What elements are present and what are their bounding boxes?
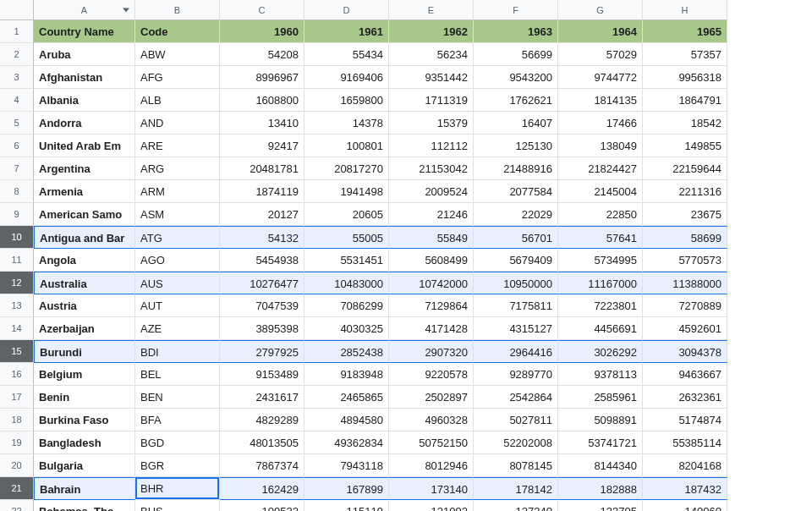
header-y1960[interactable]: 1960 [220,20,304,43]
header-code[interactable]: Code [135,20,220,43]
row-header-17[interactable]: 17 [0,386,34,409]
cell-code[interactable]: ATG [135,226,220,249]
cell-value[interactable]: 22159644 [643,157,727,180]
cell-value[interactable]: 52202008 [474,431,558,454]
header-y1961[interactable]: 1961 [304,20,389,43]
cell-value[interactable]: 1814135 [558,89,643,112]
cell-code[interactable]: BGR [135,454,220,477]
cell-value[interactable]: 9378113 [558,363,643,386]
cell-value[interactable]: 16407 [474,112,558,135]
cell-value[interactable]: 9956318 [643,66,727,89]
cell-value[interactable]: 173140 [389,477,474,500]
row-header-3[interactable]: 3 [0,66,34,89]
cell-value[interactable]: 2009524 [389,180,474,203]
row-header-2[interactable]: 2 [0,43,34,66]
col-header-E[interactable]: E [389,0,474,20]
cell-value[interactable]: 1941498 [304,180,389,203]
cell-code[interactable]: BDI [135,340,220,363]
cell-value[interactable]: 5098891 [558,409,643,431]
cell-value[interactable]: 14378 [304,112,389,135]
cell-country[interactable]: Antigua and Bar [34,226,135,249]
header-y1962[interactable]: 1962 [389,20,474,43]
cell-country[interactable]: Afghanistan [34,66,135,89]
cell-value[interactable]: 2632361 [643,386,727,409]
cell-value[interactable]: 11388000 [643,272,727,294]
row-header-11[interactable]: 11 [0,249,34,272]
cell-value[interactable]: 1608800 [220,89,304,112]
cell-value[interactable]: 4315127 [474,317,558,340]
cell-value[interactable]: 1659800 [304,89,389,112]
cell-value[interactable]: 55849 [389,226,474,249]
cell-value[interactable]: 127340 [474,500,558,511]
cell-value[interactable]: 5734995 [558,249,643,272]
cell-country[interactable]: Austria [34,294,135,317]
header-y1963[interactable]: 1963 [474,20,558,43]
cell-value[interactable]: 1762621 [474,89,558,112]
cell-value[interactable]: 23675 [643,203,727,226]
header-y1964[interactable]: 1964 [558,20,643,43]
cell-value[interactable]: 2502897 [389,386,474,409]
cell-value[interactable]: 115119 [304,500,389,511]
cell-value[interactable]: 54132 [220,226,304,249]
cell-code[interactable]: ARG [135,157,220,180]
cell-code[interactable]: ABW [135,43,220,66]
cell-value[interactable]: 5174874 [643,409,727,431]
cell-code[interactable]: AND [135,112,220,135]
cell-code[interactable]: AZE [135,317,220,340]
cell-value[interactable]: 9153489 [220,363,304,386]
cell-value[interactable]: 20481781 [220,157,304,180]
row-header-14[interactable]: 14 [0,317,34,340]
cell-value[interactable]: 56701 [474,226,558,249]
cell-country[interactable]: Bulgaria [34,454,135,477]
cell-value[interactable]: 2852438 [304,340,389,363]
cell-value[interactable]: 9351442 [389,66,474,89]
cell-value[interactable]: 50752150 [389,431,474,454]
col-header-B[interactable]: B [135,0,220,20]
cell-value[interactable]: 21153042 [389,157,474,180]
row-header-12[interactable]: 12 [0,272,34,294]
row-header-21[interactable]: 21 [0,477,34,500]
cell-value[interactable]: 55005 [304,226,389,249]
row-header-7[interactable]: 7 [0,157,34,180]
cell-code[interactable]: BEN [135,386,220,409]
cell-value[interactable]: 20817270 [304,157,389,180]
cell-value[interactable]: 138049 [558,135,643,157]
cell-value[interactable]: 2211316 [643,180,727,203]
cell-value[interactable]: 7047539 [220,294,304,317]
cell-value[interactable]: 7867374 [220,454,304,477]
cell-value[interactable]: 15379 [389,112,474,135]
cell-value[interactable]: 10276477 [220,272,304,294]
cell-value[interactable]: 7129864 [389,294,474,317]
cell-value[interactable]: 133705 [558,500,643,511]
cell-value[interactable]: 5027811 [474,409,558,431]
cell-value[interactable]: 49362834 [304,431,389,454]
header-country[interactable]: Country Name [34,20,135,43]
cell-value[interactable]: 4592601 [643,317,727,340]
cell-value[interactable]: 8012946 [389,454,474,477]
row-header-16[interactable]: 16 [0,363,34,386]
cell-value[interactable]: 112112 [389,135,474,157]
cell-value[interactable]: 9463667 [643,363,727,386]
cell-value[interactable]: 125130 [474,135,558,157]
cell-value[interactable]: 2907320 [389,340,474,363]
row-header-6[interactable]: 6 [0,135,34,157]
cell-value[interactable]: 5454938 [220,249,304,272]
cell-value[interactable]: 109532 [220,500,304,511]
cell-country[interactable]: Burundi [34,340,135,363]
cell-value[interactable]: 9543200 [474,66,558,89]
cell-value[interactable]: 21824427 [558,157,643,180]
cell-country[interactable]: Bahrain [34,477,135,500]
row-header-4[interactable]: 4 [0,89,34,112]
cell-value[interactable]: 5531451 [304,249,389,272]
cell-value[interactable]: 182888 [558,477,643,500]
cell-code[interactable]: AGO [135,249,220,272]
cell-value[interactable]: 149855 [643,135,727,157]
row-header-9[interactable]: 9 [0,203,34,226]
cell-code[interactable]: ASM [135,203,220,226]
cell-value[interactable]: 8204168 [643,454,727,477]
cell-value[interactable]: 13410 [220,112,304,135]
cell-value[interactable]: 7223801 [558,294,643,317]
cell-code[interactable]: AUS [135,272,220,294]
cell-value[interactable]: 10950000 [474,272,558,294]
row-header-15[interactable]: 15 [0,340,34,363]
